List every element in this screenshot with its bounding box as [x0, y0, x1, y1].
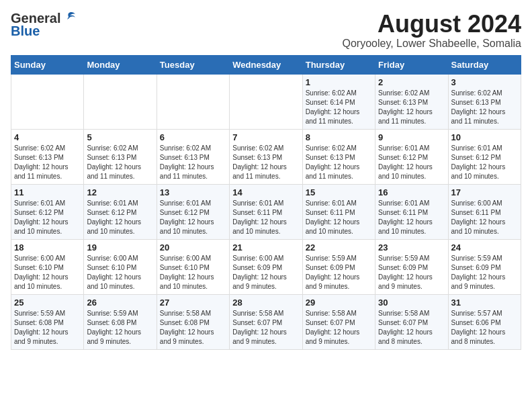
cell-content: Sunrise: 5:59 AM Sunset: 6:08 PM Dayligh…	[14, 309, 81, 347]
header-monday: Monday	[84, 55, 157, 74]
calendar-cell: 4Sunrise: 6:02 AM Sunset: 6:13 PM Daylig…	[11, 129, 84, 184]
cell-content: Sunrise: 5:59 AM Sunset: 6:09 PM Dayligh…	[378, 254, 445, 291]
calendar-cell: 24Sunrise: 5:59 AM Sunset: 6:09 PM Dayli…	[448, 239, 521, 294]
day-number: 6	[160, 132, 226, 142]
day-number: 27	[160, 298, 226, 308]
day-number: 23	[378, 242, 445, 253]
calendar-cell: 31Sunrise: 5:57 AM Sunset: 6:06 PM Dayli…	[448, 294, 521, 349]
calendar-cell: 5Sunrise: 6:02 AM Sunset: 6:13 PM Daylig…	[84, 129, 157, 184]
header-thursday: Thursday	[302, 55, 375, 74]
day-number: 2	[378, 77, 445, 87]
calendar-cell: 17Sunrise: 6:00 AM Sunset: 6:11 PM Dayli…	[448, 184, 521, 239]
day-number: 17	[451, 187, 518, 197]
month-year-title: August 2024	[342, 11, 521, 38]
cell-content: Sunrise: 6:01 AM Sunset: 6:12 PM Dayligh…	[378, 144, 445, 181]
cell-content: Sunrise: 5:57 AM Sunset: 6:06 PM Dayligh…	[451, 309, 518, 347]
day-number: 18	[14, 242, 81, 253]
cell-content: Sunrise: 6:02 AM Sunset: 6:14 PM Dayligh…	[306, 89, 372, 126]
day-number: 21	[232, 242, 299, 253]
cell-content: Sunrise: 6:02 AM Sunset: 6:13 PM Dayligh…	[160, 144, 226, 181]
day-number: 28	[232, 298, 299, 308]
day-number: 9	[378, 132, 445, 142]
cell-content: Sunrise: 6:02 AM Sunset: 6:13 PM Dayligh…	[14, 144, 81, 181]
day-number: 16	[378, 187, 445, 197]
day-number: 3	[451, 77, 518, 87]
day-number: 10	[451, 132, 518, 142]
cell-content: Sunrise: 6:00 AM Sunset: 6:10 PM Dayligh…	[87, 254, 153, 291]
calendar-cell: 27Sunrise: 5:58 AM Sunset: 6:08 PM Dayli…	[157, 294, 229, 349]
calendar-cell: 28Sunrise: 5:58 AM Sunset: 6:07 PM Dayli…	[230, 294, 302, 349]
day-number: 5	[87, 132, 153, 142]
calendar-cell: 13Sunrise: 6:01 AM Sunset: 6:12 PM Dayli…	[157, 184, 229, 239]
week-row-3: 18Sunrise: 6:00 AM Sunset: 6:10 PM Dayli…	[11, 239, 521, 294]
day-number: 13	[160, 187, 226, 197]
week-row-1: 4Sunrise: 6:02 AM Sunset: 6:13 PM Daylig…	[11, 129, 521, 184]
day-number: 4	[14, 132, 81, 142]
calendar-cell: 14Sunrise: 6:01 AM Sunset: 6:11 PM Dayli…	[230, 184, 302, 239]
cell-content: Sunrise: 6:00 AM Sunset: 6:10 PM Dayligh…	[14, 254, 81, 291]
cell-content: Sunrise: 6:01 AM Sunset: 6:11 PM Dayligh…	[232, 199, 299, 236]
cell-content: Sunrise: 6:00 AM Sunset: 6:09 PM Dayligh…	[232, 254, 299, 291]
header-sunday: Sunday	[11, 55, 84, 74]
day-number: 15	[306, 187, 372, 197]
cell-content: Sunrise: 5:58 AM Sunset: 6:07 PM Dayligh…	[378, 309, 445, 347]
calendar-cell	[84, 74, 157, 129]
calendar-cell: 2Sunrise: 6:02 AM Sunset: 6:13 PM Daylig…	[375, 74, 448, 129]
logo: General Blue	[11, 11, 77, 39]
calendar-cell	[157, 74, 229, 129]
calendar-cell: 8Sunrise: 6:02 AM Sunset: 6:13 PM Daylig…	[302, 129, 375, 184]
day-number: 26	[87, 298, 153, 308]
calendar-cell: 12Sunrise: 6:01 AM Sunset: 6:12 PM Dayli…	[84, 184, 157, 239]
header-tuesday: Tuesday	[157, 55, 229, 74]
calendar-cell: 23Sunrise: 5:59 AM Sunset: 6:09 PM Dayli…	[375, 239, 448, 294]
cell-content: Sunrise: 5:59 AM Sunset: 6:08 PM Dayligh…	[87, 309, 153, 347]
calendar-cell: 18Sunrise: 6:00 AM Sunset: 6:10 PM Dayli…	[11, 239, 84, 294]
cell-content: Sunrise: 6:02 AM Sunset: 6:13 PM Dayligh…	[232, 144, 299, 181]
cell-content: Sunrise: 6:01 AM Sunset: 6:12 PM Dayligh…	[87, 199, 153, 236]
calendar-header-row: SundayMondayTuesdayWednesdayThursdayFrid…	[11, 55, 521, 74]
day-number: 30	[378, 298, 445, 308]
cell-content: Sunrise: 6:01 AM Sunset: 6:11 PM Dayligh…	[378, 199, 445, 236]
calendar-cell: 1Sunrise: 6:02 AM Sunset: 6:14 PM Daylig…	[302, 74, 375, 129]
cell-content: Sunrise: 6:01 AM Sunset: 6:12 PM Dayligh…	[160, 199, 226, 236]
calendar-cell: 15Sunrise: 6:01 AM Sunset: 6:11 PM Dayli…	[302, 184, 375, 239]
cell-content: Sunrise: 6:02 AM Sunset: 6:13 PM Dayligh…	[451, 89, 518, 126]
calendar-cell: 9Sunrise: 6:01 AM Sunset: 6:12 PM Daylig…	[375, 129, 448, 184]
calendar-cell: 29Sunrise: 5:58 AM Sunset: 6:07 PM Dayli…	[302, 294, 375, 349]
cell-content: Sunrise: 6:02 AM Sunset: 6:13 PM Dayligh…	[378, 89, 445, 126]
week-row-2: 11Sunrise: 6:01 AM Sunset: 6:12 PM Dayli…	[11, 184, 521, 239]
calendar-cell: 11Sunrise: 6:01 AM Sunset: 6:12 PM Dayli…	[11, 184, 84, 239]
cell-content: Sunrise: 6:02 AM Sunset: 6:13 PM Dayligh…	[306, 144, 372, 181]
page-header: General Blue August 2024 Qoryooley, Lowe…	[11, 11, 521, 50]
day-number: 29	[306, 298, 372, 308]
day-number: 20	[160, 242, 226, 253]
cell-content: Sunrise: 5:58 AM Sunset: 6:08 PM Dayligh…	[160, 309, 226, 347]
calendar-cell: 6Sunrise: 6:02 AM Sunset: 6:13 PM Daylig…	[157, 129, 229, 184]
cell-content: Sunrise: 5:58 AM Sunset: 6:07 PM Dayligh…	[232, 309, 299, 347]
day-number: 24	[451, 242, 518, 253]
header-saturday: Saturday	[448, 55, 521, 74]
cell-content: Sunrise: 6:02 AM Sunset: 6:13 PM Dayligh…	[87, 144, 153, 181]
calendar-cell: 3Sunrise: 6:02 AM Sunset: 6:13 PM Daylig…	[448, 74, 521, 129]
cell-content: Sunrise: 5:58 AM Sunset: 6:07 PM Dayligh…	[306, 309, 372, 347]
location-text: Qoryooley, Lower Shabeelle, Somalia	[342, 38, 521, 50]
calendar-cell: 19Sunrise: 6:00 AM Sunset: 6:10 PM Dayli…	[84, 239, 157, 294]
calendar-cell: 21Sunrise: 6:00 AM Sunset: 6:09 PM Dayli…	[230, 239, 302, 294]
week-row-0: 1Sunrise: 6:02 AM Sunset: 6:14 PM Daylig…	[11, 74, 521, 129]
day-number: 8	[306, 132, 372, 142]
day-number: 14	[232, 187, 299, 197]
header-wednesday: Wednesday	[230, 55, 302, 74]
day-number: 7	[232, 132, 299, 142]
cell-content: Sunrise: 6:01 AM Sunset: 6:12 PM Dayligh…	[14, 199, 81, 236]
cell-content: Sunrise: 6:01 AM Sunset: 6:12 PM Dayligh…	[451, 144, 518, 181]
day-number: 11	[14, 187, 81, 197]
cell-content: Sunrise: 5:59 AM Sunset: 6:09 PM Dayligh…	[306, 254, 372, 291]
title-block: August 2024 Qoryooley, Lower Shabeelle, …	[342, 11, 521, 50]
logo-blue-text: Blue	[11, 24, 40, 39]
day-number: 25	[14, 298, 81, 308]
calendar-cell: 16Sunrise: 6:01 AM Sunset: 6:11 PM Dayli…	[375, 184, 448, 239]
calendar-cell: 25Sunrise: 5:59 AM Sunset: 6:08 PM Dayli…	[11, 294, 84, 349]
logo-bird-icon	[62, 10, 77, 25]
calendar-table: SundayMondayTuesdayWednesdayThursdayFrid…	[11, 55, 521, 350]
day-number: 1	[306, 77, 372, 87]
